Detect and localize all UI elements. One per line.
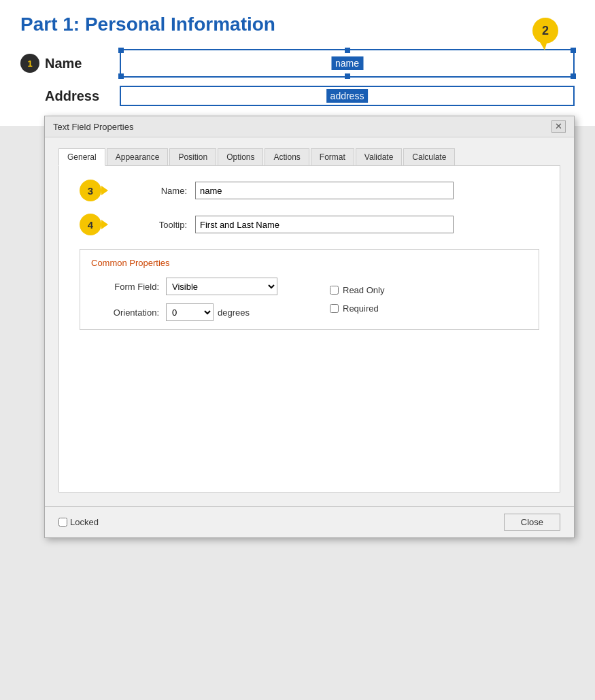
common-props-right: Read Only Required — [316, 278, 528, 321]
step3-badge: 3 — [80, 180, 101, 201]
tab-options[interactable]: Options — [218, 148, 263, 165]
dialog-title: Text Field Properties — [53, 122, 134, 132]
required-row: Required — [330, 303, 528, 314]
required-label: Required — [343, 303, 379, 314]
handle-tr — [571, 48, 576, 53]
orientation-label: Orientation: — [91, 307, 159, 318]
form-field-label: Form Field: — [91, 282, 159, 292]
handle-bc — [345, 73, 350, 79]
name-field-row: 1 Name name 2 — [20, 49, 575, 78]
name-selection-border: name 2 — [120, 49, 575, 78]
tab-content-general: 3 Name: 4 Tooltip: Common Properties — [58, 166, 560, 493]
common-properties-title: Common Properties — [91, 258, 528, 268]
tooltip-label: Tooltip: — [126, 220, 187, 230]
page-title: Part 1: Personal Information — [20, 14, 575, 35]
form-field-select[interactable]: Visible Hidden Visible but doesn't print… — [166, 278, 277, 295]
locked-row: Locked — [58, 517, 99, 527]
degrees-label: degrees — [218, 307, 250, 318]
tab-actions[interactable]: Actions — [265, 148, 309, 165]
handle-bl — [118, 73, 124, 79]
tooltip-input[interactable] — [195, 216, 454, 233]
balloon-circle: 2 — [532, 18, 558, 44]
pdf-background: Part 1: Personal Information 1 Name name… — [0, 0, 595, 126]
close-button[interactable]: Close — [504, 514, 560, 531]
address-field-label: Address — [45, 88, 113, 104]
common-props-grid: Form Field: Visible Hidden Visible but d… — [91, 278, 528, 321]
read-only-row: Read Only — [330, 285, 528, 295]
balloon-step: 2 — [542, 24, 549, 38]
orientation-select[interactable]: 0 90 180 270 — [166, 303, 214, 321]
name-input[interactable] — [195, 182, 454, 199]
address-field-row: - Address address — [20, 86, 575, 106]
read-only-checkbox[interactable] — [330, 286, 339, 295]
tab-format[interactable]: Format — [311, 148, 354, 165]
name-field-box[interactable]: name 2 — [120, 49, 575, 78]
text-field-properties-dialog: Text Field Properties ✕ General Appearan… — [44, 116, 575, 538]
orientation-row: Orientation: 0 90 180 270 degrees — [91, 303, 303, 321]
address-field-box: address — [120, 86, 575, 106]
tab-validate[interactable]: Validate — [356, 148, 402, 165]
common-props-left: Form Field: Visible Hidden Visible but d… — [91, 278, 303, 321]
dialog-footer: Locked Close — [45, 506, 574, 537]
handle-tc — [345, 48, 350, 53]
tab-calculate[interactable]: Calculate — [403, 148, 455, 165]
tooltip-balloon: 2 — [532, 18, 560, 45]
balloon-tail — [539, 41, 547, 50]
name-row: 3 Name: — [80, 180, 539, 201]
tab-position[interactable]: Position — [169, 148, 216, 165]
tab-general[interactable]: General — [58, 148, 105, 166]
handle-tl — [118, 48, 124, 53]
locked-checkbox[interactable] — [58, 518, 67, 527]
tooltip-row: 4 Tooltip: — [80, 214, 539, 235]
handle-br — [571, 73, 576, 79]
step-badge-1: 1 — [20, 54, 39, 73]
dialog-body: General Appearance Position Options Acti… — [45, 137, 574, 506]
tab-appearance[interactable]: Appearance — [107, 148, 169, 165]
locked-label: Locked — [70, 517, 99, 527]
name-field-value: name — [331, 56, 363, 70]
dialog-close-button[interactable]: ✕ — [551, 120, 566, 133]
form-field-row: Form Field: Visible Hidden Visible but d… — [91, 278, 303, 295]
required-checkbox[interactable] — [330, 304, 339, 313]
name-label: Name: — [126, 186, 187, 196]
common-properties-section: Common Properties Form Field: Visible Hi… — [80, 249, 539, 330]
read-only-label: Read Only — [343, 285, 384, 295]
address-field-value: address — [326, 89, 369, 103]
step4-badge: 4 — [80, 214, 101, 235]
tabs-row: General Appearance Position Options Acti… — [58, 148, 560, 166]
dialog-titlebar: Text Field Properties ✕ — [45, 116, 574, 137]
name-field-label: Name — [45, 56, 113, 71]
